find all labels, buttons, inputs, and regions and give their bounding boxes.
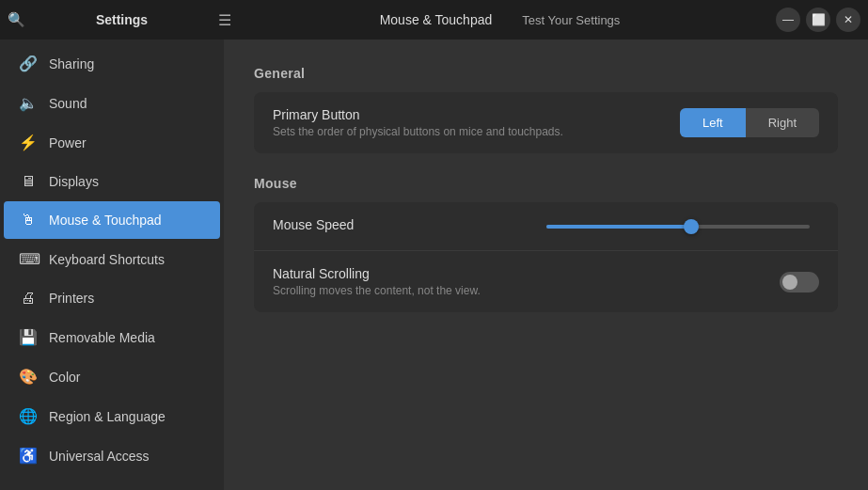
titlebar: 🔍 Settings ☰ Mouse & Touchpad Test Your … <box>0 0 868 40</box>
sidebar-item-removable-media[interactable]: 💾 Removable Media <box>4 318 220 356</box>
sidebar-label-keyboard-shortcuts: Keyboard Shortcuts <box>49 252 165 267</box>
sidebar-label-power: Power <box>49 135 87 150</box>
natural-scrolling-toggle[interactable] <box>780 272 819 292</box>
slider-thumb[interactable] <box>684 219 699 234</box>
mouse-touchpad-icon: 🖱 <box>19 212 38 229</box>
sidebar-label-region-language: Region & Language <box>49 409 166 424</box>
sidebar-item-printers[interactable]: 🖨 Printers <box>4 279 220 317</box>
sidebar-item-power[interactable]: ⚡ Power <box>4 123 220 162</box>
sidebar-item-region-language[interactable]: 🌐 Region & Language <box>4 397 220 435</box>
sidebar-label-removable-media: Removable Media <box>49 330 155 345</box>
mouse-section-title: Mouse <box>254 176 838 191</box>
primary-button-group: Left Right <box>680 108 819 137</box>
right-button[interactable]: Right <box>746 108 819 137</box>
primary-button-desc: Sets the order of physical buttons on mi… <box>273 125 680 138</box>
sidebar-item-sound[interactable]: 🔈 Sound <box>4 84 220 122</box>
menu-icon[interactable]: ☰ <box>218 11 231 29</box>
mouse-speed-label: Mouse Speed <box>273 217 546 232</box>
sidebar-label-color: Color <box>49 370 80 385</box>
window-controls: — ⬜ ✕ <box>776 8 860 32</box>
content-area: General Primary Button Sets the order of… <box>224 40 868 490</box>
main-layout: 🔗 Sharing 🔈 Sound ⚡ Power 🖥 Displays 🖱 M… <box>0 40 868 490</box>
sidebar-item-sharing[interactable]: 🔗 Sharing <box>4 44 220 83</box>
mouse-card: Mouse Speed Natural Scrolling Scrolling … <box>254 202 838 312</box>
sidebar-label-displays: Displays <box>49 174 99 189</box>
titlebar-left: 🔍 Settings ☰ <box>8 11 231 29</box>
natural-scrolling-info: Natural Scrolling Scrolling moves the co… <box>273 266 780 297</box>
removable-media-icon: 💾 <box>19 328 38 346</box>
mouse-speed-info: Mouse Speed <box>273 217 546 235</box>
universal-access-icon: ♿ <box>19 447 38 465</box>
maximize-button[interactable]: ⬜ <box>806 8 830 32</box>
primary-button-row: Primary Button Sets the order of physica… <box>254 92 838 153</box>
sidebar-label-universal-access: Universal Access <box>49 449 150 464</box>
natural-scrolling-row: Natural Scrolling Scrolling moves the co… <box>254 251 838 312</box>
sidebar-label-printers: Printers <box>49 291 94 306</box>
sound-icon: 🔈 <box>19 94 38 112</box>
natural-scrolling-label: Natural Scrolling <box>273 266 780 281</box>
sidebar-label-mouse-touchpad: Mouse & Touchpad <box>49 213 162 228</box>
displays-icon: 🖥 <box>19 173 38 190</box>
mouse-speed-slider-container <box>546 225 820 229</box>
test-settings-tab[interactable]: Test Your Settings <box>514 9 627 31</box>
region-language-icon: 🌐 <box>19 407 38 425</box>
primary-button-label: Primary Button <box>273 107 680 122</box>
slider-track[interactable] <box>546 225 810 229</box>
keyboard-shortcuts-icon: ⌨ <box>19 250 38 268</box>
sidebar-item-displays[interactable]: 🖥 Displays <box>4 163 220 200</box>
sidebar-item-color[interactable]: 🎨 Color <box>4 357 220 396</box>
minimize-button[interactable]: — <box>776 8 800 32</box>
general-card: Primary Button Sets the order of physica… <box>254 92 838 153</box>
toggle-thumb <box>782 275 797 290</box>
sharing-icon: 🔗 <box>19 55 38 72</box>
sidebar-item-mouse-touchpad[interactable]: 🖱 Mouse & Touchpad <box>4 201 220 239</box>
sidebar-label-sound: Sound <box>49 96 87 111</box>
sidebar-item-universal-access[interactable]: ♿ Universal Access <box>4 436 220 475</box>
color-icon: 🎨 <box>19 368 38 386</box>
sidebar-item-keyboard-shortcuts[interactable]: ⌨ Keyboard Shortcuts <box>4 240 220 278</box>
left-button[interactable]: Left <box>680 108 746 137</box>
sidebar-label-sharing: Sharing <box>49 56 94 71</box>
app-title: Mouse & Touchpad <box>380 12 493 27</box>
sidebar: 🔗 Sharing 🔈 Sound ⚡ Power 🖥 Displays 🖱 M… <box>0 40 224 490</box>
titlebar-center: Mouse & Touchpad Test Your Settings <box>231 9 776 31</box>
search-icon[interactable]: 🔍 <box>8 11 25 28</box>
printers-icon: 🖨 <box>19 290 38 307</box>
general-section-title: General <box>254 66 838 81</box>
natural-scrolling-desc: Scrolling moves the content, not the vie… <box>273 284 780 297</box>
slider-fill <box>546 225 691 229</box>
power-icon: ⚡ <box>19 134 38 151</box>
close-button[interactable]: ✕ <box>836 8 860 32</box>
mouse-speed-row: Mouse Speed <box>254 202 838 251</box>
titlebar-settings-label: Settings <box>33 12 211 27</box>
primary-button-info: Primary Button Sets the order of physica… <box>273 107 680 138</box>
